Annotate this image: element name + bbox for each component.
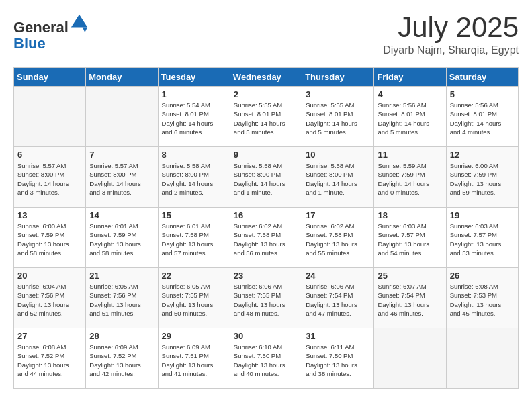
day-number: 1 <box>162 89 226 99</box>
svg-marker-0 <box>71 15 87 28</box>
day-info: Sunrise: 5:57 AM Sunset: 8:00 PM Dayligh… <box>17 161 82 197</box>
day-number: 28 <box>89 331 154 341</box>
calendar-cell: 19Sunrise: 6:03 AM Sunset: 7:57 PM Dayli… <box>446 208 518 268</box>
calendar-cell: 14Sunrise: 6:01 AM Sunset: 7:59 PM Dayli… <box>86 208 158 268</box>
calendar-cell: 10Sunrise: 5:58 AM Sunset: 8:00 PM Dayli… <box>302 147 374 208</box>
calendar-cell: 31Sunrise: 6:11 AM Sunset: 7:50 PM Dayli… <box>302 328 374 389</box>
title-block: July 2025 Diyarb Najm, Sharqia, Egypt <box>383 13 519 56</box>
calendar-cell: 1Sunrise: 5:54 AM Sunset: 8:01 PM Daylig… <box>158 87 230 147</box>
day-number: 26 <box>450 271 515 281</box>
calendar-cell: 24Sunrise: 6:06 AM Sunset: 7:54 PM Dayli… <box>302 268 374 328</box>
day-number: 29 <box>162 331 226 341</box>
day-number: 18 <box>378 210 442 220</box>
calendar-cell: 13Sunrise: 6:00 AM Sunset: 7:59 PM Dayli… <box>14 208 86 268</box>
day-number: 30 <box>234 331 298 341</box>
day-number: 3 <box>306 89 370 99</box>
calendar-cell: 23Sunrise: 6:06 AM Sunset: 7:55 PM Dayli… <box>230 268 302 328</box>
calendar-week-row: 20Sunrise: 6:04 AM Sunset: 7:56 PM Dayli… <box>14 268 519 328</box>
calendar-week-row: 6Sunrise: 5:57 AM Sunset: 8:00 PM Daylig… <box>14 147 519 208</box>
day-info: Sunrise: 6:09 AM Sunset: 7:51 PM Dayligh… <box>162 342 226 378</box>
day-info: Sunrise: 6:11 AM Sunset: 7:50 PM Dayligh… <box>306 342 370 378</box>
day-number: 13 <box>17 210 82 220</box>
calendar-cell: 26Sunrise: 6:08 AM Sunset: 7:53 PM Dayli… <box>446 268 518 328</box>
calendar-cell: 27Sunrise: 6:08 AM Sunset: 7:52 PM Dayli… <box>14 328 86 389</box>
calendar-cell: 22Sunrise: 6:05 AM Sunset: 7:55 PM Dayli… <box>158 268 230 328</box>
calendar-cell <box>374 328 446 389</box>
calendar-cell: 4Sunrise: 5:56 AM Sunset: 8:01 PM Daylig… <box>374 87 446 147</box>
calendar-cell: 2Sunrise: 5:55 AM Sunset: 8:01 PM Daylig… <box>230 87 302 147</box>
day-info: Sunrise: 5:55 AM Sunset: 8:01 PM Dayligh… <box>306 101 370 136</box>
day-info: Sunrise: 6:05 AM Sunset: 7:56 PM Dayligh… <box>89 282 154 318</box>
calendar-cell <box>86 87 158 147</box>
day-number: 11 <box>378 150 442 160</box>
calendar-cell: 3Sunrise: 5:55 AM Sunset: 8:01 PM Daylig… <box>302 87 374 147</box>
weekday-header: Tuesday <box>158 68 230 87</box>
day-number: 27 <box>17 331 82 341</box>
weekday-header: Sunday <box>14 68 86 87</box>
calendar-cell: 11Sunrise: 5:59 AM Sunset: 7:59 PM Dayli… <box>374 147 446 208</box>
day-number: 12 <box>450 150 515 160</box>
day-number: 24 <box>306 271 370 281</box>
logo-blue: Blue <box>13 35 46 52</box>
calendar-cell: 30Sunrise: 6:10 AM Sunset: 7:50 PM Dayli… <box>230 328 302 389</box>
day-info: Sunrise: 6:04 AM Sunset: 7:56 PM Dayligh… <box>17 282 82 318</box>
day-info: Sunrise: 6:06 AM Sunset: 7:54 PM Dayligh… <box>306 282 370 318</box>
calendar-cell: 20Sunrise: 6:04 AM Sunset: 7:56 PM Dayli… <box>14 268 86 328</box>
day-number: 14 <box>89 210 154 220</box>
day-info: Sunrise: 6:00 AM Sunset: 7:59 PM Dayligh… <box>17 222 82 257</box>
calendar-cell: 15Sunrise: 6:01 AM Sunset: 7:58 PM Dayli… <box>158 208 230 268</box>
calendar-cell: 28Sunrise: 6:09 AM Sunset: 7:52 PM Dayli… <box>86 328 158 389</box>
calendar-cell: 21Sunrise: 6:05 AM Sunset: 7:56 PM Dayli… <box>86 268 158 328</box>
calendar-cell: 6Sunrise: 5:57 AM Sunset: 8:00 PM Daylig… <box>14 147 86 208</box>
day-info: Sunrise: 5:58 AM Sunset: 8:00 PM Dayligh… <box>162 161 226 197</box>
day-number: 22 <box>162 271 226 281</box>
day-number: 10 <box>306 150 370 160</box>
day-info: Sunrise: 5:56 AM Sunset: 8:01 PM Dayligh… <box>450 101 515 136</box>
calendar-week-row: 13Sunrise: 6:00 AM Sunset: 7:59 PM Dayli… <box>14 208 519 268</box>
day-number: 2 <box>234 89 298 99</box>
calendar-cell: 7Sunrise: 5:57 AM Sunset: 8:00 PM Daylig… <box>86 147 158 208</box>
day-number: 23 <box>234 271 298 281</box>
day-info: Sunrise: 6:05 AM Sunset: 7:55 PM Dayligh… <box>162 282 226 318</box>
calendar-week-row: 1Sunrise: 5:54 AM Sunset: 8:01 PM Daylig… <box>14 87 519 147</box>
calendar-week-row: 27Sunrise: 6:08 AM Sunset: 7:52 PM Dayli… <box>14 328 519 389</box>
day-number: 15 <box>162 210 226 220</box>
day-info: Sunrise: 6:00 AM Sunset: 7:59 PM Dayligh… <box>450 161 515 197</box>
day-info: Sunrise: 5:57 AM Sunset: 8:00 PM Dayligh… <box>89 161 154 197</box>
day-info: Sunrise: 5:58 AM Sunset: 8:00 PM Dayligh… <box>234 161 298 197</box>
location: Diyarb Najm, Sharqia, Egypt <box>383 44 519 56</box>
day-info: Sunrise: 6:02 AM Sunset: 7:58 PM Dayligh… <box>234 222 298 257</box>
calendar-cell: 17Sunrise: 6:02 AM Sunset: 7:58 PM Dayli… <box>302 208 374 268</box>
day-info: Sunrise: 5:54 AM Sunset: 8:01 PM Dayligh… <box>162 101 226 136</box>
calendar-cell: 12Sunrise: 6:00 AM Sunset: 7:59 PM Dayli… <box>446 147 518 208</box>
calendar-cell: 16Sunrise: 6:02 AM Sunset: 7:58 PM Dayli… <box>230 208 302 268</box>
weekday-header: Wednesday <box>230 68 302 87</box>
day-info: Sunrise: 5:55 AM Sunset: 8:01 PM Dayligh… <box>234 101 298 136</box>
day-info: Sunrise: 6:10 AM Sunset: 7:50 PM Dayligh… <box>234 342 298 378</box>
day-info: Sunrise: 6:03 AM Sunset: 7:57 PM Dayligh… <box>450 222 515 257</box>
day-info: Sunrise: 5:59 AM Sunset: 7:59 PM Dayligh… <box>378 161 442 197</box>
calendar-cell: 9Sunrise: 5:58 AM Sunset: 8:00 PM Daylig… <box>230 147 302 208</box>
day-info: Sunrise: 6:08 AM Sunset: 7:52 PM Dayligh… <box>17 342 82 378</box>
day-number: 31 <box>306 331 370 341</box>
day-number: 6 <box>17 150 82 160</box>
day-number: 9 <box>234 150 298 160</box>
calendar-table: SundayMondayTuesdayWednesdayThursdayFrid… <box>13 67 519 389</box>
calendar-header-row: SundayMondayTuesdayWednesdayThursdayFrid… <box>14 68 519 87</box>
calendar-cell: 8Sunrise: 5:58 AM Sunset: 8:00 PM Daylig… <box>158 147 230 208</box>
day-number: 19 <box>450 210 515 220</box>
day-number: 8 <box>162 150 226 160</box>
day-info: Sunrise: 6:07 AM Sunset: 7:54 PM Dayligh… <box>378 282 442 318</box>
calendar-cell: 18Sunrise: 6:03 AM Sunset: 7:57 PM Dayli… <box>374 208 446 268</box>
day-number: 16 <box>234 210 298 220</box>
day-number: 25 <box>378 271 442 281</box>
day-info: Sunrise: 6:06 AM Sunset: 7:55 PM Dayligh… <box>234 282 298 318</box>
calendar-cell <box>446 328 518 389</box>
weekday-header: Thursday <box>302 68 374 87</box>
day-number: 5 <box>450 89 515 99</box>
logo-general: General <box>13 19 69 36</box>
calendar-cell: 5Sunrise: 5:56 AM Sunset: 8:01 PM Daylig… <box>446 87 518 147</box>
day-number: 4 <box>378 89 442 99</box>
day-info: Sunrise: 6:09 AM Sunset: 7:52 PM Dayligh… <box>89 342 154 378</box>
day-number: 7 <box>89 150 154 160</box>
